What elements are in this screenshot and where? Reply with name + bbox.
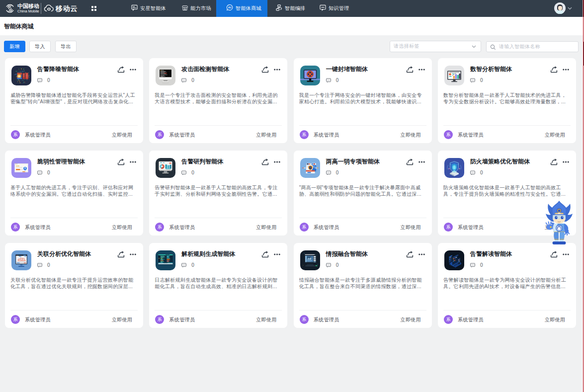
svg-text:AI: AI	[228, 6, 232, 9]
